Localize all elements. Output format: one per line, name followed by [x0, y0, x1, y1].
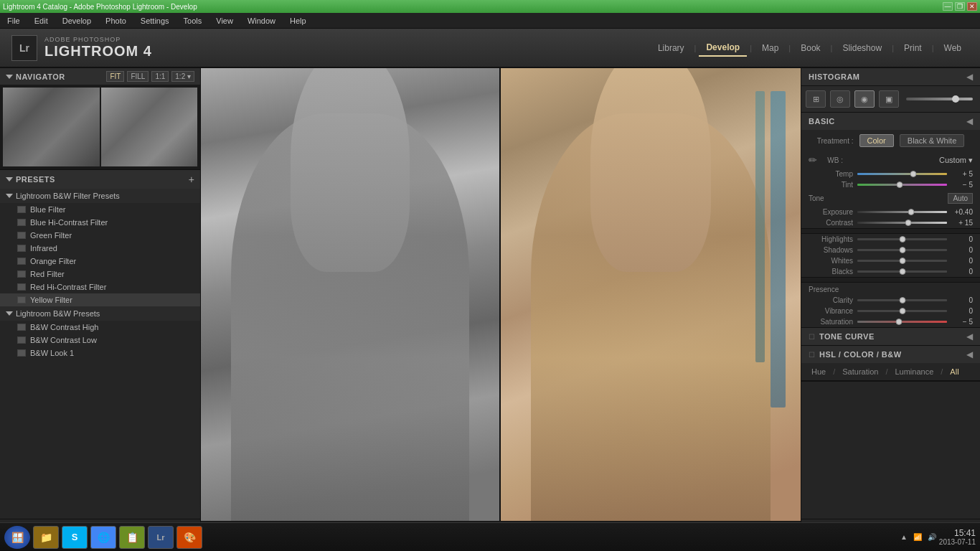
tint-slider-knob[interactable] — [896, 182, 903, 188]
tone-curve-checkbox[interactable]: ☐ — [809, 333, 815, 341]
blacks-slider-track[interactable] — [857, 270, 947, 273]
minimize-button[interactable]: — — [943, 2, 953, 11]
menu-view[interactable]: View — [213, 15, 236, 27]
exposure-slider-knob[interactable] — [908, 209, 915, 215]
hsl-header[interactable]: ☐ HSL / Color / B&W ◀ — [801, 346, 980, 363]
whites-slider-track[interactable] — [857, 260, 947, 262]
treatment-color-button[interactable]: Color — [859, 134, 894, 147]
taskbar-app-other[interactable]: 🎨 — [176, 526, 202, 549]
tone-curve-header[interactable]: ☐ Tone Curve ◀ — [801, 328, 980, 345]
redeye-tool-icon[interactable]: ▣ — [879, 90, 899, 108]
spot-tool-icon[interactable]: ◉ — [854, 90, 875, 108]
nav-map[interactable]: Map — [755, 40, 786, 56]
basic-header[interactable]: Basic ◀ — [801, 113, 980, 130]
taskbar-app-skype[interactable]: S — [62, 526, 88, 549]
menu-develop[interactable]: Develop — [60, 15, 94, 27]
taskbar-app-chrome[interactable]: 🌐 — [90, 526, 116, 549]
sys-tray-arrow[interactable]: ▲ — [900, 533, 908, 541]
zoom-1-1[interactable]: 1:1 — [151, 71, 169, 82]
whites-slider-knob[interactable] — [899, 258, 905, 264]
group-collapse-icon — [6, 311, 13, 316]
wb-value[interactable]: Custom ▾ — [939, 156, 973, 165]
tint-slider-track[interactable] — [857, 184, 947, 186]
presence-label: Presence — [801, 283, 980, 295]
preset-red-hi-contrast[interactable]: Red Hi-Contrast Filter — [0, 281, 200, 293]
presets-header[interactable]: Presets + — [0, 170, 200, 189]
sound-icon: 🔊 — [928, 533, 936, 541]
exposure-slider-track[interactable] — [857, 211, 947, 213]
add-preset-button[interactable]: + — [189, 174, 194, 185]
menu-help[interactable]: Help — [287, 15, 309, 27]
preset-infrared[interactable]: Infrared — [0, 242, 200, 255]
hsl-tab-luminance[interactable]: Luminance — [892, 366, 936, 377]
highlights-slider-track[interactable] — [857, 238, 947, 240]
temp-slider-knob[interactable] — [910, 171, 916, 177]
nav-web[interactable]: Web — [937, 40, 969, 56]
preset-blue-filter[interactable]: Blue Filter — [0, 203, 200, 216]
temp-slider-track[interactable] — [857, 173, 947, 175]
preset-group-bw-presets-header[interactable]: Lightroom B&W Presets — [0, 306, 200, 321]
nav-preview-1[interactable] — [3, 88, 100, 166]
saturation-slider-knob[interactable] — [895, 319, 902, 325]
taskbar-clock[interactable]: 15:41 2013-07-11 — [939, 528, 976, 546]
start-button[interactable]: 🪟 — [4, 526, 30, 549]
treatment-bw-button[interactable]: Black & White — [900, 134, 964, 147]
zoom-fill[interactable]: FILL — [127, 71, 149, 82]
preset-bw-contrast-high[interactable]: B&W Contrast High — [0, 321, 200, 334]
navigator-header[interactable]: Navigator FIT FILL 1:1 1:2 ▾ — [0, 68, 200, 85]
vibrance-slider-knob[interactable] — [899, 308, 905, 314]
grid-tool-icon[interactable]: ⊞ — [806, 90, 826, 108]
clarity-slider-track[interactable] — [857, 299, 947, 301]
shadows-slider-knob[interactable] — [899, 247, 905, 253]
contrast-slider-track[interactable] — [857, 222, 947, 224]
preset-red-filter[interactable]: Red Filter — [0, 268, 200, 281]
menu-tools[interactable]: Tools — [181, 15, 205, 27]
close-button[interactable]: ✕ — [967, 2, 977, 11]
menu-settings[interactable]: Settings — [138, 15, 172, 27]
zoom-1-2[interactable]: 1:2 ▾ — [171, 71, 194, 82]
shadows-slider-track[interactable] — [857, 249, 947, 251]
auto-button[interactable]: Auto — [948, 193, 973, 204]
nav-preview-2[interactable] — [101, 88, 198, 166]
hsl-tab-all[interactable]: All — [947, 366, 961, 377]
tool-slider-thumb[interactable] — [952, 95, 959, 103]
blacks-slider-knob[interactable] — [899, 268, 905, 275]
taskbar-app-folder[interactable]: 📋 — [119, 526, 145, 549]
menu-edit[interactable]: Edit — [32, 15, 51, 27]
eyedropper-icon[interactable]: ✏ — [809, 154, 817, 166]
preset-bw-look-1[interactable]: B&W Look 1 — [0, 347, 200, 359]
zoom-fit[interactable]: FIT — [106, 71, 124, 82]
shadows-label: Shadows — [809, 246, 853, 254]
crop-tool-icon[interactable]: ◎ — [830, 90, 850, 108]
menu-file[interactable]: File — [4, 15, 23, 27]
before-photo[interactable] — [201, 68, 501, 521]
clarity-slider-knob[interactable] — [899, 297, 905, 303]
vibrance-slider-track[interactable] — [857, 310, 947, 312]
preset-blue-hi-contrast[interactable]: Blue Hi-Contrast Filter — [0, 216, 200, 229]
preset-group-bw-filter-header[interactable]: Lightroom B&W Filter Presets — [0, 189, 200, 203]
nav-print[interactable]: Print — [897, 40, 929, 56]
nav-slideshow[interactable]: Slideshow — [835, 40, 889, 56]
preset-orange-filter[interactable]: Orange Filter — [0, 255, 200, 268]
histogram-header[interactable]: Histogram ◀ — [801, 68, 980, 85]
preset-green-filter[interactable]: Green Filter — [0, 229, 200, 242]
preset-icon — [17, 296, 26, 303]
preset-yellow-filter[interactable]: Yellow Filter — [0, 293, 200, 306]
saturation-slider-track[interactable] — [857, 321, 947, 323]
hsl-tab-hue[interactable]: Hue — [809, 366, 829, 377]
nav-library[interactable]: Library — [651, 40, 692, 56]
hsl-checkbox[interactable]: ☐ — [809, 351, 815, 359]
tool-slider[interactable] — [906, 98, 973, 100]
restore-button[interactable]: ❐ — [955, 2, 965, 11]
preset-bw-contrast-low[interactable]: B&W Contrast Low — [0, 334, 200, 347]
nav-develop[interactable]: Develop — [699, 39, 747, 57]
highlights-slider-knob[interactable] — [899, 236, 905, 242]
taskbar-app-lightroom[interactable]: Lr — [148, 526, 174, 549]
after-photo[interactable] — [501, 68, 801, 521]
menu-window[interactable]: Window — [245, 15, 278, 27]
contrast-slider-knob[interactable] — [905, 220, 912, 226]
hsl-tab-saturation[interactable]: Saturation — [839, 366, 881, 377]
nav-book[interactable]: Book — [793, 40, 827, 56]
taskbar-app-explorer[interactable]: 📁 — [33, 526, 59, 549]
menu-photo[interactable]: Photo — [103, 15, 129, 27]
